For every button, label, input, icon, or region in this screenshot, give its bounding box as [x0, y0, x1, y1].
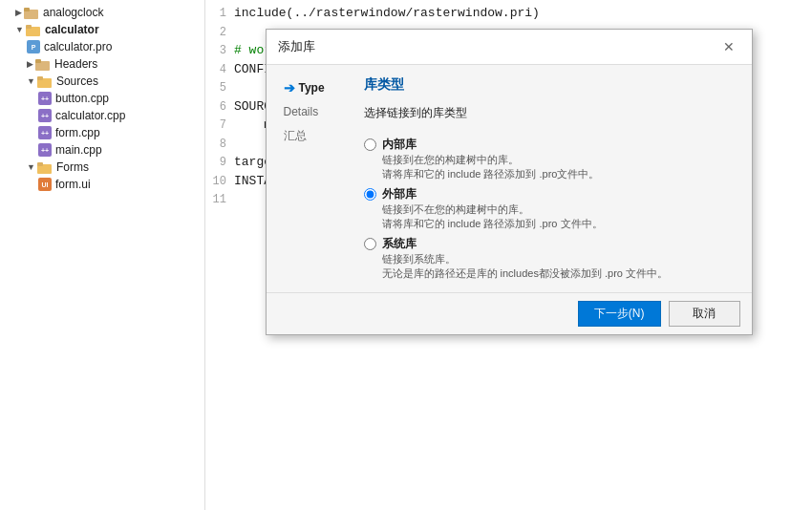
sidebar-item-calculator-cpp[interactable]: ++ calculator.cpp	[0, 107, 204, 124]
cpp-icon: ++	[38, 92, 52, 105]
svg-text:++: ++	[41, 96, 49, 102]
sidebar-item-form-cpp-label: form.cpp	[55, 126, 201, 139]
radio-internal[interactable]	[364, 138, 376, 151]
sidebar-item-calculator[interactable]: calculator	[0, 21, 204, 38]
radio-system-title[interactable]: 系统库	[382, 236, 668, 252]
sidebar-item-sources-label: Sources	[56, 74, 201, 88]
svg-text:P: P	[32, 44, 36, 51]
wizard-nav-details-label: Details	[284, 105, 319, 118]
sidebar-item-calculator-cpp-label: calculator.cpp	[55, 109, 201, 122]
sidebar-item-calculator-pro-label: calculator.pro	[44, 40, 201, 53]
svg-text:UI: UI	[42, 181, 49, 188]
svg-rect-1	[24, 8, 30, 11]
editor-area: 1 include(../rasterwindow/rasterwindow.p…	[205, 0, 812, 510]
add-library-dialog: 添加库 ✕ ➔ Type Details 汇总	[266, 29, 753, 335]
radio-external-label-block: 外部库 链接到不在您的构建树中的库。请将库和它的 include 路径添加到 .…	[382, 186, 603, 232]
sidebar-item-sources[interactable]: Sources	[0, 73, 204, 90]
sidebar-item-forms[interactable]: Forms	[0, 159, 204, 176]
sidebar-item-calculator-label: calculator	[45, 23, 201, 36]
sidebar-item-analogclock[interactable]: analogclock	[0, 4, 204, 21]
svg-text:++: ++	[41, 113, 49, 119]
sidebar-item-button-cpp-label: button.cpp	[55, 92, 201, 105]
chevron-icon	[27, 76, 35, 86]
library-type-radio-group: 内部库 链接到在您的构建树中的库。请将库和它的 include 路径添加到 .p…	[364, 137, 740, 281]
folder-open-icon	[37, 75, 53, 88]
radio-system[interactable]	[364, 238, 376, 250]
wizard-nav-type[interactable]: ➔ Type	[278, 76, 356, 99]
sidebar-item-main-cpp-label: main.cpp	[55, 143, 201, 157]
radio-internal-title[interactable]: 内部库	[382, 137, 600, 153]
wizard-nav-summary-label: 汇总	[284, 128, 307, 144]
radio-external-desc: 链接到不在您的构建树中的库。请将库和它的 include 路径添加到 .pro …	[382, 202, 603, 232]
nav-arrow-icon: ➔	[284, 80, 295, 96]
svg-rect-3	[26, 25, 32, 29]
radio-internal-label-block: 内部库 链接到在您的构建树中的库。请将库和它的 include 路径添加到 .p…	[382, 137, 600, 182]
chevron-icon	[27, 162, 35, 172]
sidebar-item-form-cpp[interactable]: ++ form.cpp	[0, 124, 204, 141]
radio-external[interactable]	[364, 188, 376, 201]
wizard-subtitle: 选择链接到的库类型	[364, 105, 740, 121]
radio-external-title[interactable]: 外部库	[382, 186, 603, 202]
cancel-button[interactable]: 取消	[669, 301, 740, 327]
main-container: analogclock calculator P calculator.pro …	[0, 0, 812, 510]
pro-icon: P	[27, 40, 40, 53]
sidebar-item-headers[interactable]: Headers	[0, 55, 204, 73]
dialog-close-button[interactable]: ✕	[717, 37, 740, 56]
svg-rect-7	[35, 59, 41, 63]
sidebar: analogclock calculator P calculator.pro …	[0, 0, 205, 510]
dialog-footer: 下一步(N) 取消	[267, 292, 752, 334]
folder-open-icon	[26, 24, 41, 36]
radio-item-internal: 内部库 链接到在您的构建树中的库。请将库和它的 include 路径添加到 .p…	[364, 137, 740, 182]
wizard-nav-details[interactable]: Details	[278, 101, 356, 122]
cpp-icon: ++	[38, 143, 52, 157]
radio-system-label-block: 系统库 链接到系统库。无论是库的路径还是库的 includes都没被添加到 .p…	[382, 236, 668, 282]
chevron-icon	[15, 8, 22, 17]
wizard-nav: ➔ Type Details 汇总	[278, 76, 364, 281]
sidebar-item-main-cpp[interactable]: ++ main.cpp	[0, 141, 204, 159]
svg-rect-9	[37, 76, 43, 80]
folder-icon	[35, 58, 51, 71]
sidebar-item-headers-label: Headers	[54, 57, 201, 71]
sidebar-item-form-ui-label: form.ui	[55, 178, 201, 191]
dialog-overlay: 添加库 ✕ ➔ Type Details 汇总	[205, 0, 812, 510]
sidebar-item-form-ui[interactable]: UI form.ui	[0, 176, 204, 193]
folder-icon	[24, 7, 39, 19]
cpp-icon: ++	[38, 126, 52, 139]
sidebar-item-forms-label: Forms	[56, 160, 201, 174]
ui-icon: UI	[38, 178, 52, 191]
radio-internal-desc: 链接到在您的构建树中的库。请将库和它的 include 路径添加到 .pro文件…	[382, 153, 600, 182]
sidebar-item-analogclock-label: analogclock	[43, 6, 201, 19]
dialog-title: 添加库	[278, 38, 315, 55]
svg-rect-19	[37, 162, 43, 166]
wizard-section-title: 库类型	[364, 76, 740, 94]
radio-item-external: 外部库 链接到不在您的构建树中的库。请将库和它的 include 路径添加到 .…	[364, 186, 740, 232]
radio-system-desc: 链接到系统库。无论是库的路径还是库的 includes都没被添加到 .pro 文…	[382, 252, 668, 282]
wizard-nav-type-label: Type	[299, 81, 325, 95]
sidebar-item-calculator-pro[interactable]: P calculator.pro	[0, 38, 204, 55]
cpp-icon: ++	[38, 109, 52, 122]
radio-item-system: 系统库 链接到系统库。无论是库的路径还是库的 includes都没被添加到 .p…	[364, 236, 740, 282]
chevron-icon	[27, 59, 33, 69]
folder-open-icon	[37, 161, 53, 174]
wizard-content: 库类型 选择链接到的库类型 内部库 链接到在您的构建树中的库。请将库和它的 in…	[364, 76, 740, 281]
next-button[interactable]: 下一步(N)	[578, 301, 661, 327]
chevron-icon	[15, 25, 24, 34]
sidebar-item-button-cpp[interactable]: ++ button.cpp	[0, 90, 204, 107]
svg-text:++: ++	[41, 130, 49, 137]
dialog-title-bar: 添加库 ✕	[267, 30, 752, 65]
svg-text:++: ++	[41, 147, 49, 154]
dialog-body: ➔ Type Details 汇总 库类型 选择链接到的库类型	[267, 65, 752, 292]
wizard-nav-summary[interactable]: 汇总	[278, 124, 356, 148]
